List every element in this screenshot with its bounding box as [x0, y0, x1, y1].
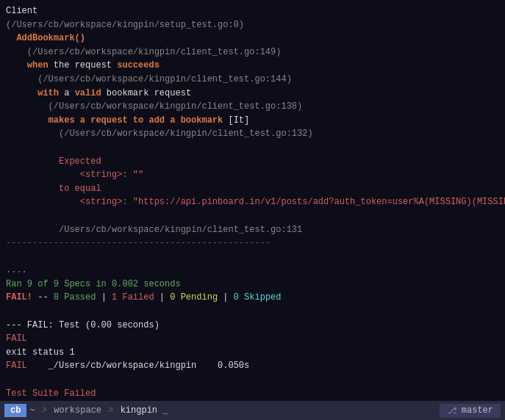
status-branch: ⎇ master: [440, 404, 501, 418]
branch-icon: ⎇: [447, 405, 457, 416]
terminal-line: --- FAIL: Test (0.00 seconds): [6, 319, 499, 333]
status-cb-label: cb: [4, 404, 26, 417]
terminal-line: with a valid bookmark request: [6, 87, 499, 101]
terminal-line: (/Users/cb/workspace/kingpin/client_test…: [6, 46, 499, 59]
terminal-line: [6, 209, 499, 223]
path-workspace: workspace: [54, 405, 101, 416]
terminal-line: (/Users/cb/workspace/kingpin/client_test…: [6, 127, 499, 141]
terminal-line: [6, 373, 499, 387]
terminal-line: <string>: "https://api.pinboard.in/v1/po…: [6, 195, 499, 209]
terminal-line: (/Users/cb/workspace/kingpin/client_test…: [6, 100, 499, 114]
path-kingpin: kingpin: [121, 405, 157, 416]
terminal-line: makes a request to add a bookmark [It]: [6, 114, 499, 128]
terminal-line: FAIL: [6, 332, 499, 346]
terminal-line: (/Users/cb/workspace/kingpin/setup_test.…: [6, 18, 499, 32]
terminal-line: <string>: "": [6, 168, 499, 182]
terminal-line: ....: [6, 264, 499, 278]
terminal-line: FAIL _/Users/cb/workspace/kingpin 0.050s: [6, 359, 499, 373]
terminal-line: ----------------------------------------…: [6, 236, 499, 250]
terminal-line: (/Users/cb/workspace/kingpin/client_test…: [6, 73, 499, 87]
terminal-line: [6, 305, 499, 319]
terminal-line: [6, 141, 499, 155]
terminal-output: Client(/Users/cb/workspace/kingpin/setup…: [0, 0, 505, 401]
terminal-line: [6, 250, 499, 264]
terminal-line: /Users/cb/workspace/kingpin/client_test.…: [6, 223, 499, 237]
cursor: _: [162, 405, 168, 416]
branch-name: master: [462, 405, 493, 416]
terminal-line: exit status 1: [6, 346, 499, 360]
terminal-line: Client: [6, 4, 499, 18]
status-path: ~ > workspace > kingpin _: [29, 405, 439, 416]
terminal-line: to equal: [6, 182, 499, 196]
terminal-line: AddBookmark(): [6, 32, 499, 46]
terminal-line: Expected: [6, 155, 499, 169]
terminal-line: Test Suite Failed: [6, 387, 499, 401]
terminal-line: Ran 9 of 9 Specs in 0.002 seconds: [6, 278, 499, 292]
terminal-line: when the request succeeds: [6, 59, 499, 73]
path-home: ~: [29, 405, 35, 416]
status-bar: cb ~ > workspace > kingpin _ ⎇ master: [0, 401, 505, 420]
terminal-line: FAIL! -- 8 Passed | 1 Failed | 0 Pending…: [6, 291, 499, 305]
